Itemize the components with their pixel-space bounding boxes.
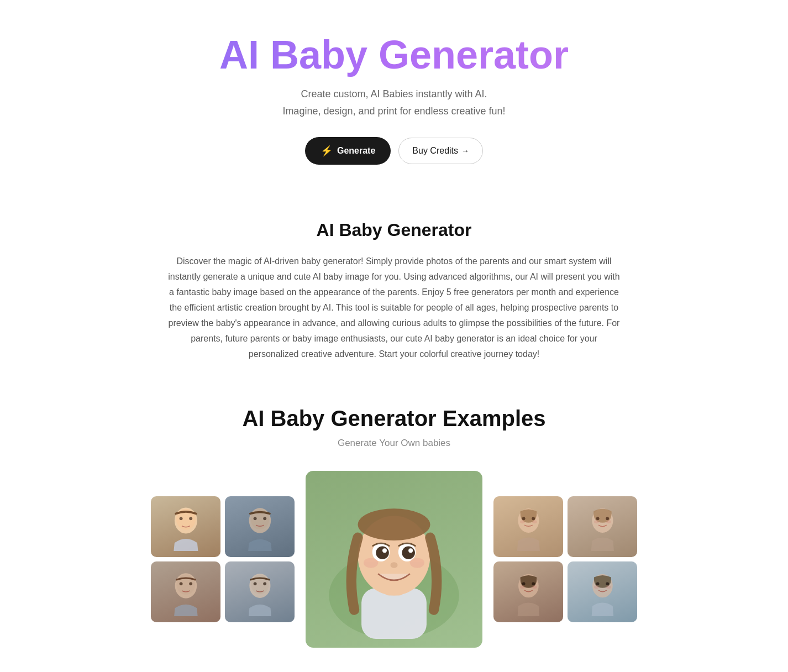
svg-point-38 (594, 521, 599, 524)
description-title: AI Baby Generator (167, 220, 621, 240)
parent-photo-f3 (493, 561, 563, 622)
svg-point-46 (596, 582, 599, 586)
svg-point-49 (606, 586, 611, 589)
generate-button-label: Generate (337, 146, 375, 156)
svg-point-10 (179, 582, 182, 586)
svg-point-24 (402, 547, 415, 560)
svg-point-11 (189, 582, 192, 586)
svg-point-27 (390, 563, 397, 568)
svg-point-36 (596, 517, 599, 521)
svg-point-48 (594, 586, 599, 589)
parent-photo-f1 (493, 496, 563, 557)
svg-point-33 (520, 521, 525, 524)
svg-point-2 (179, 517, 182, 521)
hero-subtitle-line2: Imagine, design, and print for endless c… (282, 106, 505, 117)
hero-buttons: ⚡ Generate Buy Credits → (11, 137, 777, 165)
arrow-icon: → (461, 146, 469, 155)
svg-point-25 (382, 549, 387, 553)
svg-point-43 (520, 586, 525, 589)
buy-credits-button[interactable]: Buy Credits → (398, 138, 483, 164)
svg-point-37 (606, 517, 609, 521)
svg-point-7 (263, 517, 266, 521)
hero-subtitle: Create custom, AI Babies instantly with … (11, 86, 777, 119)
image-showcase (112, 471, 676, 648)
hero-section: AI Baby Generator Create custom, AI Babi… (0, 0, 788, 187)
examples-subtitle: Generate Your Own babies (112, 438, 676, 449)
svg-point-31 (522, 517, 525, 521)
description-text: Discover the magic of AI-driven baby gen… (167, 254, 621, 362)
svg-point-39 (606, 521, 611, 524)
svg-point-44 (532, 586, 537, 589)
svg-point-6 (253, 517, 256, 521)
left-parent-photos (151, 496, 295, 622)
svg-point-34 (532, 521, 537, 524)
svg-point-28 (364, 558, 378, 568)
svg-point-29 (410, 558, 424, 568)
parent-photo-f2 (568, 496, 637, 557)
svg-point-26 (408, 549, 413, 553)
credits-button-label: Buy Credits (412, 146, 458, 156)
svg-point-47 (606, 582, 609, 586)
parent-photo-m4 (225, 561, 295, 622)
svg-point-23 (376, 547, 389, 560)
examples-title: AI Baby Generator Examples (112, 406, 676, 431)
description-section: AI Baby Generator Discover the magic of … (145, 220, 643, 362)
baby-result-image (306, 471, 482, 648)
svg-point-3 (189, 517, 192, 521)
hero-subtitle-line1: Create custom, AI Babies instantly with … (301, 88, 487, 99)
svg-rect-17 (361, 589, 427, 639)
right-parent-photos (493, 496, 637, 622)
svg-point-42 (532, 582, 535, 586)
parent-photo-m1 (151, 496, 220, 557)
generate-button[interactable]: ⚡ Generate (305, 137, 391, 165)
svg-point-15 (263, 582, 266, 586)
hero-title: AI Baby Generator (11, 33, 777, 77)
parent-photo-f4 (568, 561, 637, 622)
examples-section: AI Baby Generator Examples Generate Your… (90, 395, 698, 672)
svg-point-20 (358, 509, 430, 541)
svg-point-41 (522, 582, 525, 586)
parent-photo-m3 (151, 561, 220, 622)
lightning-icon: ⚡ (321, 145, 333, 157)
svg-point-14 (253, 582, 256, 586)
svg-point-32 (532, 517, 535, 521)
parent-photo-m2 (225, 496, 295, 557)
